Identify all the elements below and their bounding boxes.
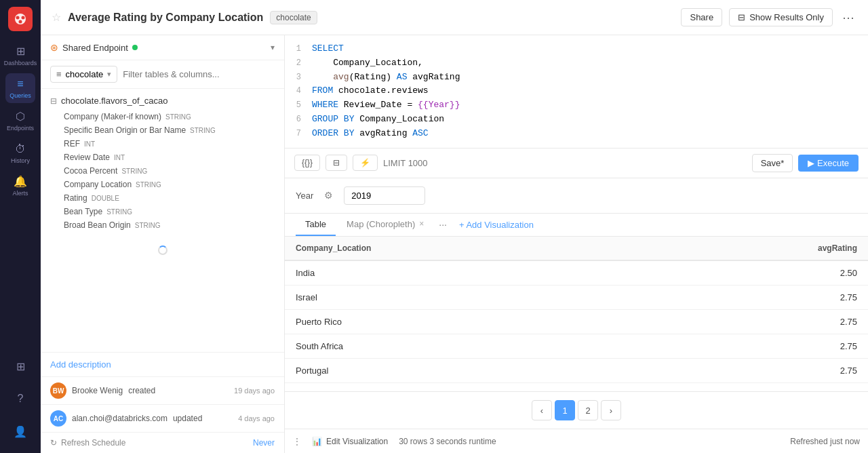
add-description-link[interactable]: Add description xyxy=(41,352,284,376)
year-param-input[interactable] xyxy=(344,186,425,205)
cell-company-location: Puerto Rico xyxy=(285,309,643,334)
table-row: Israel2.75 xyxy=(285,285,868,309)
nav-label-endpoints: Endpoints xyxy=(7,125,34,132)
apps-icon: ⊞ xyxy=(16,360,25,373)
results-area: Table Map (Choropleth) × ··· + Add Visua… xyxy=(285,214,868,429)
template-button[interactable]: {{}} xyxy=(294,155,320,171)
pagination-page-1[interactable]: 1 xyxy=(555,400,575,420)
format-icon: ⊟ xyxy=(333,158,340,168)
table-icon: ⊟ xyxy=(50,96,57,106)
execute-button[interactable]: ▶ Execute xyxy=(798,155,859,172)
cell-company-location: Israel xyxy=(285,285,643,309)
refresh-value[interactable]: Never xyxy=(253,438,275,448)
code-line-5: 5 WHERE Review_Date = {{Year}} xyxy=(285,98,868,113)
user-avatar-brooke: BW xyxy=(50,382,66,399)
pagination-prev-button[interactable]: ‹ xyxy=(532,400,552,420)
tab-table-label: Table xyxy=(305,219,326,229)
database-selector-row: ≡ chocolate ▾ xyxy=(41,60,284,89)
created-label: created xyxy=(128,386,155,395)
param-gear-icon[interactable]: ⚙ xyxy=(324,190,333,201)
magic-button[interactable]: ⚡ xyxy=(353,155,378,171)
database-badge[interactable]: ≡ chocolate ▾ xyxy=(50,66,117,83)
schema-search-input[interactable] xyxy=(123,69,275,79)
save-button[interactable]: Save* xyxy=(752,154,793,172)
nav-item-history[interactable]: ⏱ History xyxy=(5,138,35,168)
results-table: Company_Location avgRating India2.50Isra… xyxy=(285,237,868,391)
more-options-icon[interactable]: ⋯ xyxy=(840,7,857,28)
schema-field-bean-origin: Specific Bean Origin or Bar Name STRING xyxy=(50,123,275,137)
database-name: chocolate xyxy=(66,69,104,79)
nav-item-queries[interactable]: ≡ Queries xyxy=(5,73,35,103)
params-area: Year ⚙ xyxy=(285,178,868,214)
add-visualization-button[interactable]: + Add Visualization xyxy=(452,214,540,235)
schema-field-review-date: Review Date INT xyxy=(50,151,275,164)
stats-text: 30 rows 3 seconds runtime xyxy=(399,437,496,446)
schema-table-name: chocolate.flavors_of_cacao xyxy=(61,96,168,106)
edit-visualization-button[interactable]: 📊 Edit Visualization xyxy=(312,437,388,446)
table-row: India2.50 xyxy=(285,260,868,285)
nav-label-dashboards: Dashboards xyxy=(4,60,37,66)
tab-table[interactable]: Table xyxy=(296,214,336,236)
nav-item-endpoints[interactable]: ⬡ Endpoints xyxy=(5,106,35,136)
nav-item-help[interactable]: ? xyxy=(5,384,35,414)
updated-label: updated xyxy=(173,414,202,423)
code-line-4: 4 FROM chocolate.reviews xyxy=(285,84,868,98)
nav-item-user[interactable]: 👤 xyxy=(5,416,35,446)
magic-icon: ⚡ xyxy=(360,158,370,168)
nav-label-alerts: Alerts xyxy=(12,190,28,197)
code-editor[interactable]: 1 SELECT 2 Company_Location, 3 avg(Ratin… xyxy=(285,35,868,149)
nav-item-dashboards[interactable]: ⊞ Dashboards xyxy=(5,41,35,71)
nav-item-apps[interactable]: ⊞ xyxy=(5,351,35,381)
cell-avg-rating: 2.75 xyxy=(643,309,868,334)
pagination-page-2[interactable]: 2 xyxy=(578,400,598,420)
data-table: Company_Location avgRating India2.50Isra… xyxy=(285,237,868,391)
schema-tree: ⊟ chocolate.flavors_of_cacao Company (Ma… xyxy=(41,89,284,352)
cell-company-location: India xyxy=(285,260,643,285)
endpoint-chevron-icon: ▾ xyxy=(271,43,275,52)
refresh-schedule[interactable]: ↻ Refresh Schedule xyxy=(50,438,125,448)
schema-field-broad-bean-origin: Broad Bean Origin STRING xyxy=(50,218,275,232)
favorite-star-icon[interactable]: ☆ xyxy=(52,11,61,24)
tab-map[interactable]: Map (Choropleth) × xyxy=(337,214,433,236)
updated-time: 4 days ago xyxy=(238,414,275,422)
code-line-7: 7 ORDER BY avgRating ASC xyxy=(285,127,868,141)
tab-map-close-icon[interactable]: × xyxy=(419,219,424,229)
status-more-icon[interactable]: ⋮ xyxy=(293,437,301,446)
show-results-button[interactable]: ⊟ Show Results Only xyxy=(729,8,833,26)
endpoint-selector[interactable]: ⊛ Shared Endpoint ▾ xyxy=(41,35,284,60)
endpoints-icon: ⬡ xyxy=(16,110,25,123)
cell-company-location: South Africa xyxy=(285,334,643,358)
cell-avg-rating: 2.88 xyxy=(643,382,868,391)
edit-viz-label: Edit Visualization xyxy=(326,437,388,446)
refresh-label: Refresh Schedule xyxy=(61,438,125,448)
chart-icon: 📊 xyxy=(312,437,322,446)
table-header-row: Company_Location avgRating xyxy=(285,237,868,260)
queries-icon: ≡ xyxy=(17,78,23,90)
table-row: Venezuela2.88 xyxy=(285,382,868,391)
left-navigation: ⊞ Dashboards ≡ Queries ⬡ Endpoints ⏱ His… xyxy=(0,0,41,453)
tab-map-label: Map (Choropleth) xyxy=(347,219,415,229)
pagination-next-button[interactable]: › xyxy=(601,400,621,420)
table-row: Puerto Rico2.75 xyxy=(285,309,868,334)
svg-point-3 xyxy=(19,20,22,24)
user-icon: 👤 xyxy=(14,425,27,438)
code-line-6: 6 GROUP BY Company_Location xyxy=(285,113,868,127)
nav-label-queries: Queries xyxy=(9,92,31,99)
nav-label-history: History xyxy=(11,157,30,164)
cell-avg-rating: 2.75 xyxy=(643,334,868,358)
nav-item-alerts[interactable]: 🔔 Alerts xyxy=(5,171,35,201)
database-chevron-icon: ▾ xyxy=(107,70,111,79)
format-button[interactable]: ⊟ xyxy=(326,155,347,171)
body-split: ⊛ Shared Endpoint ▾ ≡ chocolate ▾ ⊟ choc… xyxy=(41,35,868,453)
query-tag[interactable]: chocolate xyxy=(270,11,317,24)
table-row: South Africa2.75 xyxy=(285,334,868,358)
help-icon: ? xyxy=(18,393,24,405)
share-button[interactable]: Share xyxy=(681,8,722,26)
schema-field-cocoa-percent: Cocoa Percent STRING xyxy=(50,164,275,178)
tabs-more-icon[interactable]: ··· xyxy=(435,214,451,235)
user-created-row: BW Brooke Wenig created 19 days ago xyxy=(41,376,284,404)
svg-point-2 xyxy=(22,16,25,20)
refresh-status: Refreshed just now xyxy=(790,437,860,446)
code-line-1: 1 SELECT xyxy=(285,42,868,56)
code-line-2: 2 Company_Location, xyxy=(285,56,868,71)
